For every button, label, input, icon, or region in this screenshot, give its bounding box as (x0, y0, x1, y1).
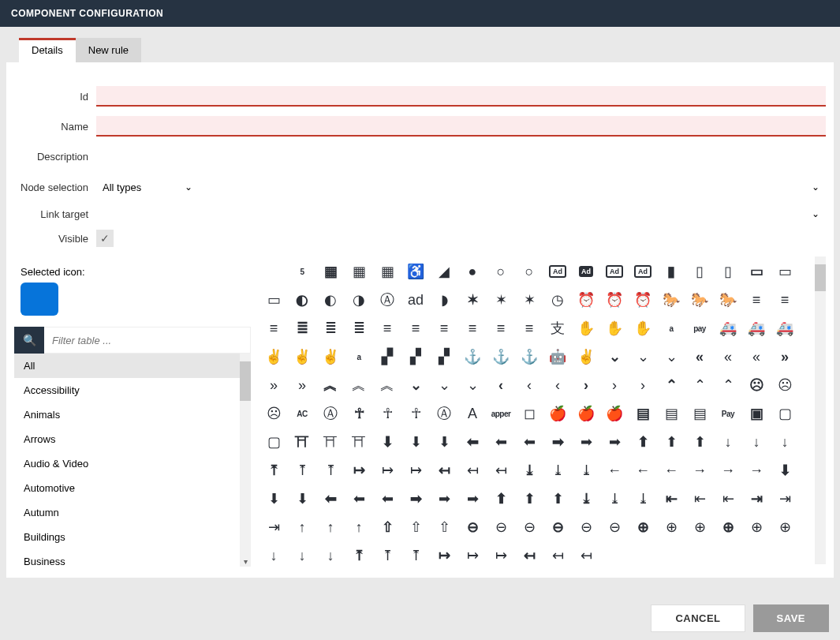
apple-alt-light-icon[interactable]: 🍎 (601, 400, 628, 427)
arrow-from-top-solid-icon[interactable]: ⤓ (516, 457, 543, 484)
adn-icon[interactable]: Ⓐ (374, 286, 401, 313)
adjust-light-icon[interactable]: ◑ (345, 286, 372, 313)
align-justify-light-icon[interactable]: ≣ (345, 315, 372, 342)
alarm-clock-solid-icon[interactable]: ⏰ (573, 286, 599, 313)
chart-bar-solid-icon[interactable]: ▞ (374, 343, 401, 370)
arrow-down-light-icon[interactable]: ↓ (771, 429, 798, 455)
algolia-regular-icon[interactable]: 🐎 (686, 286, 713, 313)
anchor-regular-icon[interactable]: ⚓ (487, 343, 514, 370)
angle-right-solid-icon[interactable]: › (573, 372, 599, 399)
node-selection-value-select[interactable]: ⌄ (202, 176, 826, 198)
arrow-to-right-solid-icon[interactable]: ⇥ (743, 485, 770, 512)
visible-checkbox[interactable]: ✓ (96, 230, 114, 247)
asl-regular-icon[interactable]: ✌ (289, 343, 315, 370)
arrow-alt-circle-left-light-icon[interactable]: ⊖ (601, 514, 628, 541)
arrow-right-solid-icon[interactable]: → (686, 457, 713, 484)
align-left-regular-icon[interactable]: ≡ (402, 315, 429, 342)
angle-double-right-regular-icon[interactable]: » (260, 372, 287, 399)
adjust-regular-icon[interactable]: ◐ (317, 286, 344, 313)
algolia-light-icon[interactable]: 🐎 (715, 286, 741, 313)
archway-regular-icon[interactable]: ⛩ (317, 429, 344, 455)
angle-up-regular-icon[interactable]: ⌃ (686, 372, 713, 399)
angry-regular-icon[interactable]: ☹ (771, 372, 798, 399)
arrow-alt-down-solid-icon[interactable]: ↓ (260, 542, 287, 564)
angle-double-left-solid-icon[interactable]: « (686, 343, 713, 370)
acorn-solid-icon[interactable]: ● (459, 258, 486, 285)
cancel-button[interactable]: CANCEL (651, 604, 745, 632)
category-item[interactable]: Automotive (14, 476, 251, 500)
arrow-alt-from-left-light-icon[interactable]: ↦ (487, 542, 514, 564)
chart-bar-regular-icon[interactable]: ▞ (402, 343, 429, 370)
arrow-to-left-light-icon[interactable]: ⇤ (715, 485, 741, 512)
apper-icon[interactable]: apper (487, 400, 514, 427)
icon-grid-scrollbar[interactable] (815, 256, 826, 564)
amilia-icon[interactable]: a (345, 343, 372, 370)
arrow-square-up-regular-icon[interactable]: ⬆ (516, 485, 543, 512)
allergies-solid-icon[interactable]: ✋ (573, 315, 599, 342)
align-left-light-icon[interactable]: ≡ (431, 315, 457, 342)
name-input[interactable] (96, 116, 826, 137)
arrow-left-solid-icon[interactable]: ← (601, 457, 628, 484)
arrow-from-right-light-icon[interactable]: ↤ (487, 457, 514, 484)
ambulance-solid-icon[interactable]: 🚑 (715, 315, 741, 342)
arrow-to-bottom-regular-icon[interactable]: ⤓ (601, 485, 628, 512)
filter-search-button[interactable]: 🔍 (14, 327, 44, 354)
arrow-circle-right-light-icon[interactable]: ➡ (601, 429, 628, 455)
align-center-light-icon[interactable]: ≡ (260, 315, 287, 342)
arrow-circle-right-regular-icon[interactable]: ➡ (573, 429, 599, 455)
accusoft-icon[interactable]: ◢ (431, 258, 457, 285)
acorn-light-icon[interactable]: ○ (516, 258, 543, 285)
arrow-alt-circle-down-light-icon[interactable]: ⊖ (516, 514, 543, 541)
archive-regular-icon[interactable]: ▢ (771, 400, 798, 427)
amazon-icon[interactable]: a (658, 315, 685, 342)
archive-solid-icon[interactable]: ▣ (743, 400, 770, 427)
peace-solid-icon[interactable]: ✌ (573, 343, 599, 370)
abacus-solid-icon[interactable]: ▦ (317, 258, 344, 285)
align-justify-solid-icon[interactable]: ≣ (289, 315, 315, 342)
icon-grid-scroll-thumb[interactable] (815, 264, 826, 291)
arrow-alt-down-regular-icon[interactable]: ↓ (289, 542, 315, 564)
angry-creative-icon[interactable]: AC (289, 400, 315, 427)
arrow-from-left-light-icon[interactable]: ↦ (402, 457, 429, 484)
arrow-circle-down-light-icon[interactable]: ⬇ (431, 429, 457, 455)
alarm-clock-regular-icon[interactable]: ⏰ (601, 286, 628, 313)
arrow-from-right-solid-icon[interactable]: ↤ (431, 457, 457, 484)
arrow-square-right-regular-icon[interactable]: ➡ (431, 485, 457, 512)
category-item[interactable]: Animals (14, 402, 251, 427)
apple-alt-solid-icon[interactable]: 🍎 (544, 400, 571, 427)
anchor-solid-icon[interactable]: ⚓ (459, 343, 486, 370)
align-right-solid-icon[interactable]: ≡ (459, 315, 486, 342)
ankh-regular-icon[interactable]: ☥ (374, 400, 401, 427)
id-card-icon[interactable]: ▭ (260, 286, 287, 313)
ambulance-regular-icon[interactable]: 🚑 (743, 315, 770, 342)
angular-icon[interactable]: Ⓐ (317, 400, 344, 427)
arrow-to-right-light-icon[interactable]: ⇥ (260, 514, 287, 541)
angle-double-left-light-icon[interactable]: « (743, 343, 770, 370)
android-icon[interactable]: 🤖 (544, 343, 571, 370)
arrow-alt-circle-right-light-icon[interactable]: ⊕ (686, 514, 713, 541)
angry-solid-icon[interactable]: ☹ (743, 372, 770, 399)
link-target-select[interactable]: ⌄ (96, 203, 826, 225)
scroll-down-icon[interactable]: ▾ (241, 557, 250, 567)
arrow-alt-from-left-regular-icon[interactable]: ↦ (459, 542, 486, 564)
arrow-from-bottom-solid-icon[interactable]: ⤒ (260, 457, 287, 484)
archive-light-icon[interactable]: ▢ (260, 429, 287, 455)
arrow-alt-circle-down-regular-icon[interactable]: ⊖ (487, 514, 514, 541)
ankh-light-icon[interactable]: ☥ (402, 400, 429, 427)
acorn-regular-icon[interactable]: ○ (487, 258, 514, 285)
arrow-circle-up-solid-icon[interactable]: ⬆ (629, 429, 656, 455)
adjust-solid-icon[interactable]: ◐ (289, 286, 315, 313)
category-scroll-thumb[interactable] (240, 361, 251, 401)
arrow-square-down-solid-icon[interactable]: ⬇ (771, 457, 798, 484)
anchor-light-icon[interactable]: ⚓ (516, 343, 543, 370)
filter-input[interactable] (44, 327, 251, 354)
align-justify-regular-icon[interactable]: ≣ (317, 315, 344, 342)
arrow-circle-left-solid-icon[interactable]: ⬅ (459, 429, 486, 455)
arrow-to-left-regular-icon[interactable]: ⇤ (686, 485, 713, 512)
angle-double-up-solid-icon[interactable]: ︽ (317, 372, 344, 399)
alarm-clock-light-icon[interactable]: ⏰ (629, 286, 656, 313)
asl-solid-icon[interactable]: ✌ (260, 343, 287, 370)
ambulance-light-icon[interactable]: 🚑 (771, 315, 798, 342)
apple-crate-solid-icon[interactable]: ▤ (629, 400, 656, 427)
angle-up-light-icon[interactable]: ⌃ (715, 372, 741, 399)
